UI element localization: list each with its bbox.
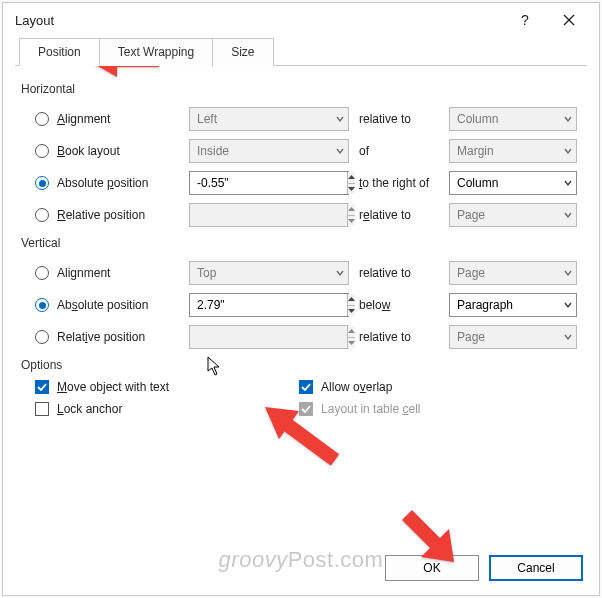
move-with-text-checkbox[interactable]: Move object with text (35, 380, 169, 394)
chevron-down-icon (564, 211, 572, 219)
chevron-down-icon (336, 147, 344, 155)
section-horizontal-label: Horizontal (21, 82, 581, 96)
h-alignment-rel-label: relative to (349, 112, 449, 126)
h-rel-label: Relative position (57, 208, 145, 222)
h-booklayout-radio[interactable]: Book layout (21, 144, 189, 158)
v-relative-value (190, 326, 347, 348)
h-alignment-combo: Left (189, 107, 349, 131)
layout-in-table-cell-checkbox: Layout in table cell (299, 402, 420, 416)
radio-icon (35, 144, 49, 158)
section-vertical-label: Vertical (21, 236, 581, 250)
chevron-down-icon (564, 147, 572, 155)
v-align-combo: Top (189, 261, 349, 285)
section-vertical: Vertical Alignment Top relative to Page … (21, 236, 581, 352)
tab-wrap-label: Text Wrapping (118, 45, 194, 59)
radio-icon (35, 176, 49, 190)
dialog-body: Horizontal Alignment Left relative to Co… (15, 65, 587, 416)
v-rel-target-combo: Page (449, 325, 577, 349)
v-relative-spinner (189, 325, 349, 349)
v-align-label: Alignment (57, 266, 110, 280)
h-book-label: Book layout (57, 144, 120, 158)
chevron-down-icon (336, 269, 344, 277)
h-absolute-radio[interactable]: Absolute position (21, 176, 189, 190)
v-align-rel-label: relative to (349, 266, 449, 280)
v-absolute-value[interactable] (190, 294, 347, 316)
section-horizontal: Horizontal Alignment Left relative to Co… (21, 82, 581, 230)
section-options-label: Options (21, 358, 581, 372)
v-align-target-combo: Page (449, 261, 577, 285)
layout-dialog: Layout ? Position Text Wrapping Size Hor… (2, 2, 600, 596)
radio-icon (35, 112, 49, 126)
h-alignment-label: Alignment (57, 112, 110, 126)
lock-anchor-label: Lock anchor (57, 402, 122, 416)
h-book-rel-label: of (349, 144, 449, 158)
chevron-down-icon (564, 115, 572, 123)
close-button[interactable] (547, 5, 591, 35)
dialog-footer: OK Cancel (385, 555, 583, 581)
radio-icon (35, 298, 49, 312)
v-alignment-radio[interactable]: Alignment (21, 266, 189, 280)
move-with-text-label: Move object with text (57, 380, 169, 394)
h-abs-label: Absolute position (57, 176, 148, 190)
h-abs-target-combo[interactable]: Column (449, 171, 577, 195)
help-button[interactable]: ? (503, 5, 547, 35)
v-absolute-spinner[interactable] (189, 293, 349, 317)
tab-position-label: Position (38, 45, 81, 59)
v-abs-label: Absolute position (57, 298, 148, 312)
radio-icon (35, 330, 49, 344)
lock-anchor-checkbox[interactable]: Lock anchor (35, 402, 169, 416)
h-absolute-value[interactable] (190, 172, 347, 194)
tab-text-wrapping[interactable]: Text Wrapping (99, 38, 213, 66)
h-alignment-target-combo: Column (449, 107, 577, 131)
section-options: Options Move object with text Lock ancho… (21, 358, 581, 416)
checkbox-icon (35, 380, 49, 394)
h-absolute-spinner[interactable] (189, 171, 349, 195)
h-book-target-combo: Margin (449, 139, 577, 163)
tab-position[interactable]: Position (19, 38, 100, 66)
h-rel-target-combo: Page (449, 203, 577, 227)
chevron-down-icon (336, 115, 344, 123)
tab-size[interactable]: Size (212, 38, 273, 66)
chevron-down-icon (564, 269, 572, 277)
chevron-down-icon (564, 179, 572, 187)
watermark: groovyPost.com (219, 547, 384, 573)
tab-strip: Position Text Wrapping Size (19, 37, 599, 65)
radio-icon (35, 208, 49, 222)
h-rel-rel-label: relative to (349, 208, 449, 222)
layout-in-table-cell-label: Layout in table cell (321, 402, 420, 416)
h-alignment-radio[interactable]: Alignment (21, 112, 189, 126)
v-abs-rel-label: below (349, 298, 449, 312)
cancel-button[interactable]: Cancel (489, 555, 583, 581)
h-relative-spinner (189, 203, 349, 227)
v-rel-label: Relative position (57, 330, 145, 344)
allow-overlap-checkbox[interactable]: Allow overlap (299, 380, 420, 394)
h-relative-radio[interactable]: Relative position (21, 208, 189, 222)
tab-size-label: Size (231, 45, 254, 59)
checkbox-icon (299, 402, 313, 416)
titlebar: Layout ? (3, 3, 599, 37)
h-relative-value (190, 204, 347, 226)
chevron-down-icon (564, 301, 572, 309)
v-relative-radio[interactable]: Relative position (21, 330, 189, 344)
ok-button[interactable]: OK (385, 555, 479, 581)
window-title: Layout (15, 13, 503, 28)
checkbox-icon (299, 380, 313, 394)
checkbox-icon (35, 402, 49, 416)
h-abs-rel-label: to the right of (349, 176, 449, 190)
v-abs-target-combo[interactable]: Paragraph (449, 293, 577, 317)
allow-overlap-label: Allow overlap (321, 380, 392, 394)
chevron-down-icon (564, 333, 572, 341)
h-book-combo: Inside (189, 139, 349, 163)
radio-icon (35, 266, 49, 280)
v-rel-rel-label: relative to (349, 330, 449, 344)
v-absolute-radio[interactable]: Absolute position (21, 298, 189, 312)
close-icon (563, 14, 575, 26)
